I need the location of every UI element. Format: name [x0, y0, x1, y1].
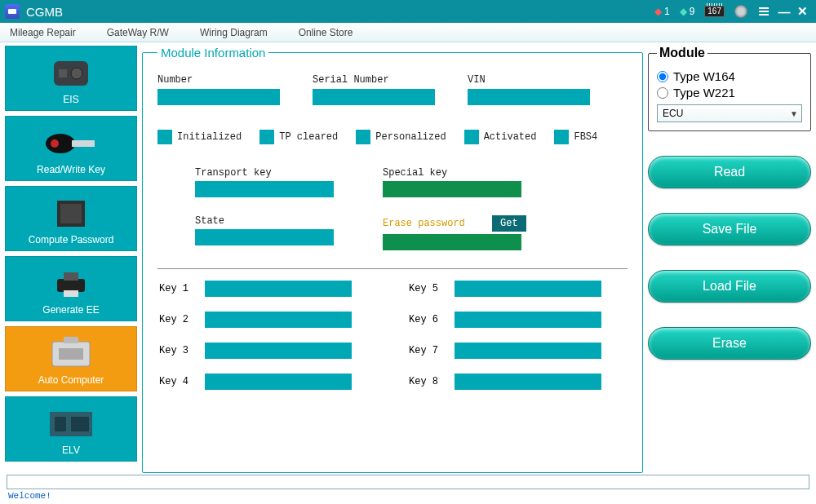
key3-value [205, 343, 352, 359]
menu-gateway-rw[interactable]: GateWay R/W [107, 27, 169, 38]
titlebar: CGMB ◆ 1 ◆ 9 167 — ✕ [0, 0, 816, 23]
flag-activated-box [464, 130, 479, 144]
radio-type-w164[interactable]: Type W164 [657, 69, 802, 83]
separator [157, 268, 628, 269]
medal-icon[interactable] [734, 5, 747, 18]
special-key-label: Special key [383, 167, 526, 179]
sidebar-compute-password[interactable]: Compute Password [5, 186, 137, 251]
menu-wiring-diagram[interactable]: Wiring Diagram [200, 27, 268, 38]
key1-value [205, 281, 352, 297]
sidebar-genee-label: Generate EE [42, 304, 99, 316]
key1-label: Key 1 [159, 283, 195, 294]
svg-rect-16 [71, 417, 89, 431]
serial-value [313, 89, 435, 105]
read-button[interactable]: Read [648, 156, 811, 188]
state-value [195, 229, 334, 245]
sidebar-generate-ee[interactable]: Generate EE [5, 256, 137, 321]
sidebar-eis-label: EIS [63, 94, 78, 105]
sidebar-read-write-key[interactable]: Read/Write Key [5, 116, 137, 181]
board-icon [42, 407, 100, 441]
gem-green-counter: ◆ 9 [680, 6, 695, 17]
sidebar-rwkey-label: Read/Write Key [37, 164, 105, 175]
key7-label: Key 7 [409, 345, 445, 356]
key8-label: Key 8 [409, 376, 445, 387]
svg-point-4 [51, 139, 59, 148]
save-file-button[interactable]: Save File [648, 213, 811, 245]
svg-rect-15 [55, 417, 66, 431]
gem-red-count: 1 [664, 6, 670, 17]
minimize-button[interactable]: — [775, 5, 793, 19]
flag-personalized: Personalized [375, 131, 446, 143]
flag-initialized-box [157, 130, 172, 144]
keys-left-column: Key 1 Key 2 Key 3 Key 4 [159, 281, 352, 390]
svg-rect-8 [57, 279, 85, 292]
gem-green-count: 9 [690, 6, 695, 17]
svg-point-1 [71, 68, 82, 79]
radio-w164-label: Type W164 [673, 69, 735, 83]
module-combo[interactable]: ECU ▼ [657, 104, 802, 122]
key5-value [455, 281, 601, 297]
sidebar-elv[interactable]: ELV [5, 396, 137, 462]
svg-rect-7 [60, 204, 82, 223]
printer-icon [42, 267, 100, 301]
chip-icon [42, 197, 100, 231]
chevron-down-icon: ▼ [790, 109, 798, 118]
close-button[interactable]: ✕ [793, 4, 811, 19]
app-title: CGMB [26, 5, 63, 19]
special-key-value [383, 181, 521, 197]
transport-key-value [195, 181, 334, 197]
gem-green-icon: ◆ [680, 6, 687, 17]
module-info-legend: Module Information [157, 46, 268, 60]
flag-tp-box [259, 130, 274, 144]
sidebar-elv-label: ELV [62, 444, 80, 456]
erase-password-value [383, 234, 521, 250]
app-icon [5, 4, 20, 19]
keys-right-column: Key 5 Key 6 Key 7 Key 8 [409, 281, 601, 390]
module-select-legend: Module [657, 46, 707, 60]
command-input[interactable] [7, 475, 809, 489]
sidebar-eis[interactable]: EIS [5, 46, 137, 111]
svg-rect-10 [64, 290, 78, 297]
vin-label: VIN [468, 74, 590, 86]
eis-icon [42, 56, 100, 91]
key8-value [455, 374, 601, 390]
menu-mileage-repair[interactable]: Mileage Repair [10, 27, 76, 38]
key2-label: Key 2 [159, 314, 195, 325]
radio-w221-label: Type W221 [673, 86, 735, 99]
sidebar-compute-label: Compute Password [29, 234, 114, 245]
svg-point-3 [46, 134, 75, 153]
flag-fbs4: FBS4 [574, 131, 597, 143]
get-button[interactable]: Get [492, 215, 526, 232]
erase-button[interactable]: Erase [648, 327, 811, 360]
svg-rect-5 [72, 140, 95, 147]
radio-type-w221[interactable]: Type W221 [657, 86, 802, 99]
gem-red-icon: ◆ [654, 6, 662, 17]
key4-label: Key 4 [159, 376, 195, 387]
radio-w221-input[interactable] [657, 87, 668, 99]
key2-value [205, 312, 352, 328]
menu-online-store[interactable]: Online Store [299, 27, 353, 38]
load-file-button[interactable]: Load File [648, 270, 811, 303]
key3-label: Key 3 [159, 345, 195, 356]
key5-label: Key 5 [409, 283, 445, 294]
module-select-panel: Module Type W164 Type W221 ECU ▼ [648, 46, 811, 131]
hamburger-menu-icon[interactable] [757, 5, 770, 18]
serial-label: Serial Number [313, 74, 435, 86]
key7-value [455, 343, 601, 359]
gem-red-counter: ◆ 1 [654, 6, 670, 17]
key-icon [42, 126, 100, 161]
svg-rect-13 [59, 348, 83, 360]
transport-key-label: Transport key [195, 167, 334, 179]
flag-tp-cleared: TP cleared [279, 131, 338, 143]
module-information-panel: Module Information Number Serial Number … [142, 46, 643, 473]
radio-w164-input[interactable] [657, 71, 668, 82]
state-label: State [195, 215, 334, 227]
svg-rect-12 [64, 337, 78, 343]
number-label: Number [157, 74, 280, 86]
sidebar: EIS Read/Write Key Compute Password Gene… [5, 46, 137, 473]
module-combo-value: ECU [663, 108, 683, 119]
calendar-badge[interactable]: 167 [704, 6, 725, 17]
sidebar-auto-computer[interactable]: Auto Computer [5, 326, 137, 391]
flag-activated: Activated [484, 131, 537, 143]
ecu-icon [42, 337, 100, 371]
